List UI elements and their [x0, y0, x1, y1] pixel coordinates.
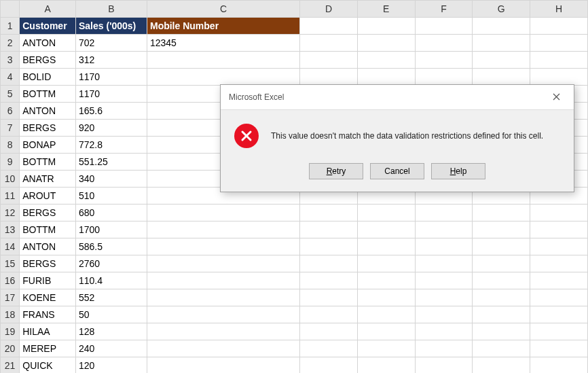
cell-A12[interactable]: BERGS	[20, 205, 76, 221]
cell-A14[interactable]: ANTON	[20, 238, 76, 255]
cell-E19[interactable]	[357, 323, 415, 340]
cell-A20[interactable]: MEREP	[20, 340, 76, 357]
cell-E4[interactable]	[357, 69, 415, 86]
cell-B9[interactable]: 551.25	[76, 154, 147, 171]
cell-A8[interactable]: BONAP	[20, 137, 76, 154]
cell-G1[interactable]	[473, 18, 530, 35]
cell-B2[interactable]: 702	[76, 35, 147, 52]
row-header-4[interactable]: 4	[1, 69, 20, 86]
cell-B4[interactable]: 1170	[76, 69, 147, 86]
row-header-3[interactable]: 3	[1, 52, 20, 69]
cell-D4[interactable]	[300, 69, 358, 86]
row-header-12[interactable]: 12	[1, 205, 20, 221]
cell-G16[interactable]	[473, 272, 530, 289]
cell-F3[interactable]	[415, 52, 473, 69]
cell-A4[interactable]: BOLID	[20, 69, 76, 86]
cell-H1[interactable]	[530, 18, 588, 35]
cell-C16[interactable]	[147, 272, 299, 289]
cell-A5[interactable]: BOTTM	[20, 86, 76, 103]
cell-F17[interactable]	[415, 289, 473, 306]
cell-B7[interactable]: 920	[76, 120, 147, 137]
cell-D13[interactable]	[300, 221, 358, 238]
cell-F16[interactable]	[415, 272, 473, 289]
cell-F19[interactable]	[415, 323, 473, 340]
cell-C13[interactable]	[147, 221, 299, 238]
help-button[interactable]: Help	[431, 163, 485, 179]
cell-H4[interactable]	[530, 69, 588, 86]
row-header-6[interactable]: 6	[1, 103, 20, 120]
cell-F15[interactable]	[415, 255, 473, 272]
cell-H16[interactable]	[530, 272, 588, 289]
cell-G3[interactable]	[473, 52, 530, 69]
row-header-13[interactable]: 13	[1, 221, 20, 238]
cell-C20[interactable]	[147, 340, 299, 357]
cell-B11[interactable]: 510	[76, 188, 147, 205]
cell-D1[interactable]	[300, 18, 358, 35]
cell-G20[interactable]	[473, 340, 530, 357]
cell-B21[interactable]: 120	[76, 357, 147, 374]
cell-B16[interactable]: 110.4	[76, 272, 147, 289]
row-header-2[interactable]: 2	[1, 35, 20, 52]
cell-D15[interactable]	[300, 255, 358, 272]
cell-A19[interactable]: HILAA	[20, 323, 76, 340]
row-header-11[interactable]: 11	[1, 188, 20, 205]
col-header-D[interactable]: D	[300, 1, 358, 18]
cell-A9[interactable]: BOTTM	[20, 154, 76, 171]
row-header-14[interactable]: 14	[1, 238, 20, 255]
col-header-H[interactable]: H	[530, 1, 588, 18]
row-header-16[interactable]: 16	[1, 272, 20, 289]
cell-F4[interactable]	[415, 69, 473, 86]
cell-G4[interactable]	[473, 69, 530, 86]
cell-B8[interactable]: 772.8	[76, 137, 147, 154]
cell-D2[interactable]	[300, 35, 358, 52]
cell-G18[interactable]	[473, 306, 530, 323]
cell-D14[interactable]	[300, 238, 358, 255]
cell-E17[interactable]	[357, 289, 415, 306]
cell-D18[interactable]	[300, 306, 358, 323]
cell-B6[interactable]: 165.6	[76, 103, 147, 120]
cell-H15[interactable]	[530, 255, 588, 272]
col-header-G[interactable]: G	[473, 1, 530, 18]
cell-A21[interactable]: QUICK	[20, 357, 76, 374]
cell-B1[interactable]: Sales ('000s)	[76, 18, 147, 35]
cell-H2[interactable]	[530, 35, 588, 52]
cell-B12[interactable]: 680	[76, 205, 147, 221]
cell-C17[interactable]	[147, 289, 299, 306]
cell-C19[interactable]	[147, 323, 299, 340]
retry-button[interactable]: Retry	[309, 163, 363, 179]
close-button[interactable]	[545, 90, 567, 104]
col-header-A[interactable]: A	[20, 1, 76, 18]
cell-E20[interactable]	[357, 340, 415, 357]
cell-E18[interactable]	[357, 306, 415, 323]
cell-E13[interactable]	[357, 221, 415, 238]
cell-H21[interactable]	[530, 357, 588, 374]
row-header-7[interactable]: 7	[1, 120, 20, 137]
cell-A10[interactable]: ANATR	[20, 171, 76, 188]
cell-G15[interactable]	[473, 255, 530, 272]
cell-E14[interactable]	[357, 238, 415, 255]
cell-C14[interactable]	[147, 238, 299, 255]
cell-D16[interactable]	[300, 272, 358, 289]
cell-A13[interactable]: BOTTM	[20, 221, 76, 238]
cell-B15[interactable]: 2760	[76, 255, 147, 272]
cell-A6[interactable]: ANTON	[20, 103, 76, 120]
cell-F20[interactable]	[415, 340, 473, 357]
cell-A16[interactable]: FURIB	[20, 272, 76, 289]
cell-F21[interactable]	[415, 357, 473, 374]
cell-H18[interactable]	[530, 306, 588, 323]
cell-H17[interactable]	[530, 289, 588, 306]
cell-G12[interactable]	[473, 205, 530, 221]
row-header-9[interactable]: 9	[1, 154, 20, 171]
cell-E16[interactable]	[357, 272, 415, 289]
cell-G19[interactable]	[473, 323, 530, 340]
cell-E21[interactable]	[357, 357, 415, 374]
cell-H3[interactable]	[530, 52, 588, 69]
cell-A11[interactable]: AROUT	[20, 188, 76, 205]
cell-B14[interactable]: 586.5	[76, 238, 147, 255]
cell-F2[interactable]	[415, 35, 473, 52]
cell-H13[interactable]	[530, 221, 588, 238]
row-header-15[interactable]: 15	[1, 255, 20, 272]
cell-C4[interactable]	[147, 69, 299, 86]
cell-E12[interactable]	[357, 205, 415, 221]
cell-B20[interactable]: 240	[76, 340, 147, 357]
